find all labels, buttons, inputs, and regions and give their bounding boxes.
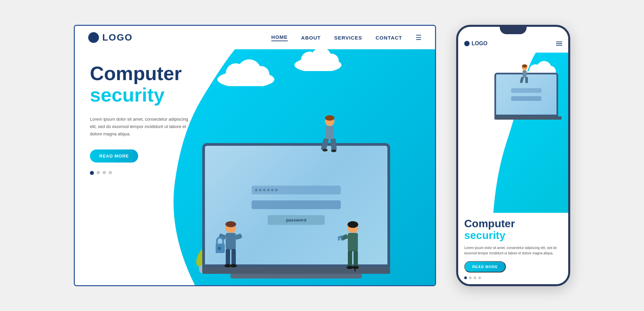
slide-dots bbox=[90, 171, 191, 175]
mobile-logo: LOGO bbox=[464, 41, 487, 47]
mobile-hero-description: Lorem ipsum dolor sit amet, consectetur … bbox=[464, 245, 562, 256]
svg-rect-39 bbox=[355, 268, 356, 271]
nav-home[interactable]: HOME bbox=[271, 34, 288, 41]
nav-services[interactable]: SERVICES bbox=[334, 35, 362, 41]
svg-rect-10 bbox=[326, 126, 334, 139]
login-input-1 bbox=[252, 186, 341, 194]
nav-contact[interactable]: CONTACT bbox=[376, 35, 402, 41]
svg-rect-21 bbox=[231, 249, 236, 266]
mobile-read-more-button[interactable]: READ MORE bbox=[464, 261, 506, 272]
dot-4[interactable] bbox=[109, 171, 112, 174]
dot-2[interactable] bbox=[97, 171, 100, 174]
hero-section: Computer security Lorem ipsum dolor sit … bbox=[75, 49, 435, 285]
hero-text-area: Computer security Lorem ipsum dolor sit … bbox=[90, 63, 191, 175]
mobile-hero-title-1: Computer bbox=[464, 218, 562, 230]
hero-description: Lorem ipsum dolor sit amet, consectetur … bbox=[90, 116, 191, 138]
cloud-2 bbox=[293, 49, 343, 72]
mobile-logo-text: LOGO bbox=[472, 41, 487, 47]
mobile-dot-1[interactable] bbox=[464, 276, 467, 279]
mobile-hero-title-2: security bbox=[464, 230, 562, 241]
dot-1[interactable] bbox=[90, 171, 94, 175]
mobile-mockup: LOGO bbox=[456, 25, 570, 286]
svg-point-25 bbox=[218, 247, 221, 250]
mobile-slide-dots bbox=[464, 276, 562, 279]
desktop-mockup: LOGO HOME ABOUT SERVICES CONTACT ☰ Compu… bbox=[74, 25, 436, 286]
phone-notch bbox=[500, 27, 527, 34]
svg-point-13 bbox=[322, 149, 328, 151]
nav-about[interactable]: ABOUT bbox=[301, 35, 321, 41]
mobile-person-sitting bbox=[518, 64, 531, 86]
person-with-key bbox=[338, 220, 368, 275]
password-button: password bbox=[268, 215, 324, 225]
mobile-dot-2[interactable] bbox=[469, 276, 472, 279]
svg-point-52 bbox=[522, 64, 527, 68]
person-with-lock bbox=[216, 220, 246, 275]
mobile-hamburger-icon[interactable] bbox=[556, 42, 562, 46]
svg-point-3 bbox=[253, 66, 269, 83]
svg-rect-28 bbox=[348, 233, 358, 251]
svg-rect-54 bbox=[520, 77, 524, 83]
main-container: LOGO HOME ABOUT SERVICES CONTACT ☰ Compu… bbox=[67, 18, 577, 293]
mobile-navbar: LOGO bbox=[458, 34, 568, 53]
svg-rect-55 bbox=[525, 77, 528, 83]
desktop-logo: LOGO bbox=[88, 32, 132, 43]
mobile-dot-3[interactable] bbox=[474, 276, 476, 279]
svg-rect-12 bbox=[330, 138, 337, 150]
mobile-hero-content: Computer security Lorem ipsum dolor sit … bbox=[458, 53, 568, 284]
mobile-illustration bbox=[465, 59, 565, 133]
hero-title-line2: security bbox=[90, 84, 191, 106]
svg-rect-36 bbox=[354, 251, 358, 267]
dot-3[interactable] bbox=[103, 171, 106, 174]
svg-rect-20 bbox=[226, 249, 230, 266]
logo-circle-icon bbox=[88, 32, 99, 43]
svg-point-27 bbox=[347, 221, 358, 228]
svg-point-14 bbox=[331, 149, 336, 152]
svg-point-7 bbox=[324, 54, 339, 68]
svg-rect-35 bbox=[348, 251, 352, 267]
read-more-button[interactable]: READ MORE bbox=[90, 149, 138, 163]
hero-title-line1: Computer bbox=[90, 63, 191, 84]
person-sitting bbox=[316, 115, 343, 156]
mobile-text-content: Computer security Lorem ipsum dolor sit … bbox=[458, 213, 568, 284]
cloud-1 bbox=[216, 59, 276, 87]
login-input-2 bbox=[252, 200, 341, 209]
hamburger-icon[interactable]: ☰ bbox=[416, 34, 422, 42]
mobile-logo-circle-icon bbox=[464, 41, 470, 46]
nav-links: HOME ABOUT SERVICES CONTACT ☰ bbox=[271, 34, 422, 42]
svg-rect-17 bbox=[226, 233, 236, 250]
svg-point-16 bbox=[225, 221, 236, 227]
mobile-dot-4[interactable] bbox=[478, 276, 481, 279]
svg-point-9 bbox=[325, 115, 334, 121]
svg-rect-53 bbox=[523, 70, 527, 78]
desktop-navbar: LOGO HOME ABOUT SERVICES CONTACT ☰ bbox=[75, 26, 435, 49]
logo-text: LOGO bbox=[102, 32, 132, 43]
svg-point-23 bbox=[230, 264, 237, 267]
